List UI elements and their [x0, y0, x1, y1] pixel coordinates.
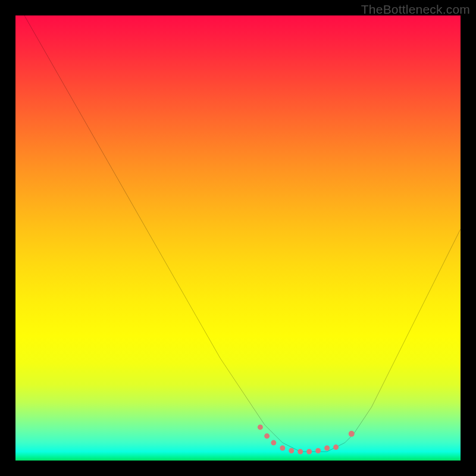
chart-frame: TheBottleneck.com	[0, 0, 476, 476]
marker-dot	[315, 448, 321, 453]
plot-area	[15, 15, 461, 461]
marker-dot	[349, 431, 355, 437]
marker-dot	[271, 440, 276, 446]
marker-dot	[258, 424, 263, 430]
marker-dot	[264, 433, 270, 439]
curve-markers	[15, 15, 461, 461]
watermark-text: TheBottleneck.com	[361, 2, 470, 17]
marker-dot	[306, 449, 312, 455]
marker-dot	[289, 448, 294, 453]
marker-dot	[280, 446, 285, 451]
marker-dot	[324, 446, 330, 451]
marker-dot	[333, 444, 339, 450]
marker-dot	[298, 449, 303, 455]
